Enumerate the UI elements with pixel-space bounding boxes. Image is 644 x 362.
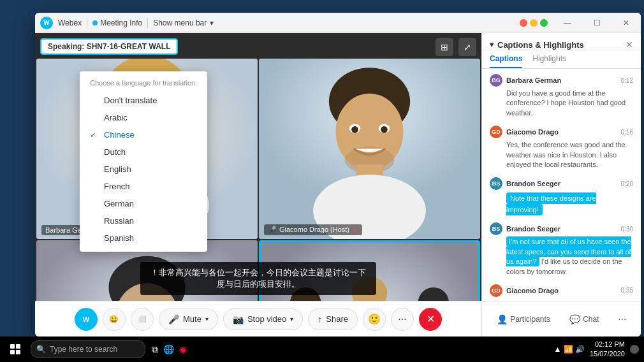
caption-name-giacomo2: Giacomo Drago: [506, 287, 617, 294]
chat-icon: 💬: [569, 314, 580, 324]
close-button[interactable]: ✕: [611, 13, 641, 33]
language-label-3: Dutch: [104, 147, 126, 157]
avatar-bs1: BS: [490, 177, 502, 190]
minimize-dot[interactable]: [530, 19, 538, 27]
reactions-toggle-button[interactable]: 😀: [103, 308, 126, 331]
grid-view-button[interactable]: ⊞: [435, 38, 453, 56]
language-label-8: Spanish: [104, 233, 134, 243]
captions-panel: ▾ Captions & Highlights ✕ Captions Highl…: [481, 33, 641, 337]
chat-label: Chat: [583, 315, 599, 324]
end-call-button[interactable]: ✕: [419, 308, 442, 331]
meeting-info-tab[interactable]: Meeting Info: [92, 18, 142, 27]
captions-body: BG Barbara German 0:12 Did you have a go…: [482, 69, 641, 301]
title-bar: W Webex Meeting Info Show menu bar ▾ —: [35, 13, 641, 33]
start-button[interactable]: [3, 337, 28, 362]
language-dutch[interactable]: Dutch: [80, 143, 207, 161]
svg-point-20: [381, 126, 388, 133]
restore-button[interactable]: ☐: [582, 13, 611, 33]
task-view-icon[interactable]: ⧉: [152, 344, 158, 355]
emoji-button[interactable]: 🙂: [363, 308, 386, 331]
language-chinese[interactable]: ✓ Chinese: [80, 126, 207, 143]
mute-chevron: ▾: [205, 315, 209, 322]
chat-button[interactable]: 💬 Chat: [564, 310, 604, 328]
giacomo-name: Giacomo Drago (Host): [279, 226, 349, 233]
tab-highlights[interactable]: Highlights: [532, 54, 566, 68]
bottom-toolbar: W 😀 ⬜ 🎤 Mute ▾ 📷 Stop video ▾ ↑ Share �: [35, 301, 481, 337]
caption-meta-1: BG Barbara German 0:12: [490, 74, 633, 87]
edge-icon[interactable]: 🌐: [163, 344, 174, 354]
fullscreen-button[interactable]: ⤢: [458, 38, 476, 56]
caption-name-brandon2: Brandon Seeger: [506, 225, 617, 233]
menu-chevron-icon: ▾: [210, 18, 214, 27]
language-french[interactable]: French: [80, 178, 207, 195]
language-russian[interactable]: Russian: [80, 212, 207, 229]
video-chevron: ▾: [290, 315, 293, 322]
windows-logo-icon: [10, 344, 20, 354]
giacomo-label: 🎤 Giacomo Drago (Host) 🎙: [264, 224, 362, 235]
taskbar-search[interactable]: 🔍 Type here to search: [31, 340, 145, 358]
caption-time-2: 0:16: [621, 129, 633, 136]
app-window: W Webex Meeting Info Show menu bar ▾ —: [35, 13, 641, 337]
title-bar-left: W Webex Meeting Info Show menu bar ▾: [35, 17, 520, 29]
meeting-info-label: Meeting Info: [100, 18, 142, 27]
tab-webex: Webex: [58, 18, 82, 27]
caption-entry-5: GD Giacomo Drago 0:35 OK Webex, create a…: [490, 284, 633, 301]
participants-button[interactable]: 👤 Participants: [492, 310, 555, 328]
participants-label: Participants: [510, 315, 550, 324]
caption-meta-5: GD Giacomo Drago 0:35: [490, 284, 633, 297]
more-options-button[interactable]: ···: [391, 308, 414, 331]
subtitle-overlay: ！非常高兴能与各位一起开会，今日的会议主题是讨论一下 度与日后的项目安排。: [140, 262, 376, 295]
caption-entry-4: BS Brandon Seeger 0:30 I'm not sure that…: [490, 222, 633, 277]
stop-video-button[interactable]: 📷 Stop video ▾: [223, 308, 303, 330]
avatar-bg: BG: [490, 74, 502, 87]
caption-name-giacomo: Giacomo Drago: [506, 128, 617, 136]
notification-icon[interactable]: [630, 345, 639, 354]
captions-close-button[interactable]: ✕: [626, 40, 633, 50]
taskbar-left: 🔍 Type here to search ⧉ 🌐 ◉: [0, 337, 191, 362]
caption-meta-2: GD Giacomo Drago 0:16: [490, 126, 633, 138]
chevron-down-icon: ▾: [490, 40, 494, 49]
share-icon: ↑: [318, 314, 322, 324]
webex-tab-label[interactable]: Webex: [58, 18, 82, 27]
caption-entry-2: GD Giacomo Drago 0:16 Yes, the conferenc…: [490, 126, 633, 170]
avatar-gd2: GD: [490, 284, 502, 297]
language-dont-translate[interactable]: Don't translate: [80, 92, 207, 109]
webex-home-button[interactable]: W: [75, 308, 98, 331]
maximize-dot[interactable]: [540, 19, 548, 27]
show-menu-label: Show menu bar: [153, 18, 207, 27]
avatar-gd: GD: [490, 126, 502, 138]
caption-time-1: 0:12: [621, 77, 633, 84]
captions-tabs: Captions Highlights: [482, 50, 641, 69]
tab-divider2: [147, 18, 148, 28]
language-dropdown: Choose a language for translation: Don't…: [80, 71, 207, 252]
tab-captions-label: Captions: [490, 54, 522, 63]
participants-icon: 👤: [497, 314, 508, 324]
layout-button[interactable]: ⬜: [131, 308, 154, 331]
language-label-4: English: [104, 164, 131, 174]
caption-highlight-3: Note that these designs are improving!: [490, 192, 633, 215]
caption-text-2: Yes, the conference was good and the wea…: [490, 140, 633, 170]
language-label-7: Russian: [104, 216, 134, 226]
show-menu-bar[interactable]: Show menu bar ▾: [153, 18, 214, 27]
tab-captions[interactable]: Captions: [490, 54, 522, 68]
close-dot[interactable]: [520, 19, 527, 27]
language-german[interactable]: German: [80, 195, 207, 212]
language-label-0: Don't translate: [104, 96, 157, 105]
language-arabic[interactable]: Arabic: [80, 109, 207, 126]
edge2-icon[interactable]: ◉: [179, 344, 187, 354]
speaking-label: Speaking: SHN7-16-GREAT WALL: [48, 42, 170, 51]
caption-text-4-container: I'm not sure that all of us have seen th…: [490, 237, 633, 277]
mute-button[interactable]: 🎤 Mute ▾: [159, 308, 218, 330]
caption-entry-1: BG Barbara German 0:12 Did you have a go…: [490, 74, 633, 118]
caption-time-5: 0:35: [621, 287, 633, 294]
language-spanish[interactable]: Spanish: [80, 229, 207, 247]
language-english[interactable]: English: [80, 161, 207, 178]
taskbar-time: 02:12 PM 15/07/2020: [590, 340, 625, 359]
share-label: Share: [326, 314, 348, 324]
webex-logo: W: [40, 17, 53, 29]
minimize-button[interactable]: —: [553, 13, 582, 33]
giacomo-mic-icon: 🎙: [352, 226, 358, 233]
share-button[interactable]: ↑ Share: [308, 308, 358, 330]
panel-more-button[interactable]: ···: [613, 310, 631, 328]
speaking-bar: Speaking: SHN7-16-GREAT WALL: [40, 38, 178, 55]
